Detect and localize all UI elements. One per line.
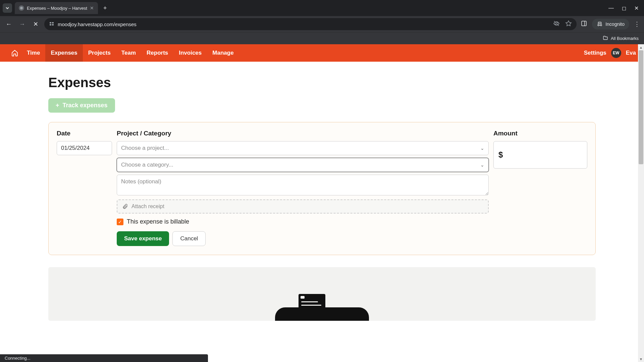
chevron-down-icon bbox=[5, 6, 9, 10]
date-input[interactable] bbox=[57, 141, 112, 155]
billable-label: This expense is billable bbox=[127, 218, 189, 225]
page-viewport: ▲ ▼ Time Expenses Projects Team Reports … bbox=[0, 44, 644, 362]
svg-rect-3 bbox=[50, 24, 51, 25]
nav-team[interactable]: Team bbox=[116, 44, 141, 62]
browser-tab[interactable]: Expenses – Moodjoy – Harvest ✕ bbox=[15, 2, 98, 14]
eye-off-icon[interactable] bbox=[553, 20, 560, 28]
window-minimize-button[interactable]: — bbox=[608, 5, 614, 11]
svg-point-0 bbox=[20, 7, 23, 9]
home-link[interactable] bbox=[8, 44, 21, 62]
browser-back-button[interactable]: ← bbox=[4, 19, 13, 29]
settings-link[interactable]: Settings bbox=[584, 50, 606, 56]
browser-menu-button[interactable]: ⋮ bbox=[634, 20, 640, 28]
bookmark-star-icon[interactable] bbox=[565, 20, 572, 28]
nav-expenses[interactable]: Expenses bbox=[45, 44, 83, 62]
username-label[interactable]: Eva bbox=[626, 50, 636, 56]
bookmarks-bar: All Bookmarks bbox=[0, 32, 644, 44]
address-bar[interactable]: moodjoy.harvestapp.com/expenses bbox=[44, 18, 577, 30]
amount-label: Amount bbox=[493, 130, 587, 137]
empty-state-illustration bbox=[48, 267, 596, 321]
svg-rect-4 bbox=[52, 24, 54, 25]
tab-close-button[interactable]: ✕ bbox=[90, 5, 94, 11]
folder-icon bbox=[603, 35, 608, 42]
window-close-button[interactable]: ✕ bbox=[634, 5, 639, 11]
svg-rect-5 bbox=[582, 21, 586, 26]
expense-form: Date Project / Category Choose a project… bbox=[48, 122, 596, 255]
amount-input[interactable]: $ bbox=[493, 141, 587, 169]
browser-tab-strip: Expenses – Moodjoy – Harvest ✕ + — ◻ ✕ bbox=[0, 0, 644, 16]
tab-search-dropdown[interactable] bbox=[3, 3, 12, 13]
home-icon bbox=[11, 49, 18, 57]
chevron-down-icon: ⌄ bbox=[480, 162, 484, 168]
all-bookmarks-label: All Bookmarks bbox=[611, 36, 639, 41]
nav-manage[interactable]: Manage bbox=[207, 44, 239, 62]
plus-icon: + bbox=[56, 102, 59, 109]
scroll-down-arrow-icon[interactable]: ▼ bbox=[638, 356, 644, 362]
new-tab-button[interactable]: + bbox=[101, 5, 110, 12]
browser-stop-button[interactable]: ✕ bbox=[31, 19, 40, 29]
currency-symbol: $ bbox=[498, 150, 503, 160]
svg-rect-1 bbox=[50, 22, 51, 23]
billable-checkbox[interactable]: ✓ bbox=[117, 219, 123, 225]
track-expenses-button[interactable]: + Track expenses bbox=[48, 98, 115, 113]
project-select[interactable]: Choose a project... ⌄ bbox=[117, 141, 489, 155]
svg-rect-2 bbox=[52, 22, 54, 23]
project-category-label: Project / Category bbox=[117, 130, 489, 137]
browser-forward-button[interactable]: → bbox=[17, 19, 27, 29]
url-text: moodjoy.harvestapp.com/expenses bbox=[58, 21, 137, 27]
paperclip-icon bbox=[122, 203, 128, 209]
avatar[interactable]: EW bbox=[611, 48, 621, 58]
incognito-icon bbox=[597, 21, 603, 28]
notes-input[interactable] bbox=[117, 175, 489, 195]
scrollbar-thumb[interactable] bbox=[639, 50, 643, 164]
browser-toolbar: ← → ✕ moodjoy.harvestapp.com/expenses In… bbox=[0, 16, 644, 32]
vertical-scrollbar[interactable]: ▲ ▼ bbox=[638, 44, 644, 362]
nav-invoices[interactable]: Invoices bbox=[173, 44, 207, 62]
project-select-placeholder: Choose a project... bbox=[121, 145, 169, 152]
track-expenses-label: Track expenses bbox=[63, 102, 108, 109]
category-select-placeholder: Choose a category... bbox=[121, 162, 173, 168]
nav-time[interactable]: Time bbox=[21, 44, 45, 62]
app-nav: Time Expenses Projects Team Reports Invo… bbox=[0, 44, 644, 62]
category-select[interactable]: Choose a category... ⌄ bbox=[117, 158, 489, 172]
all-bookmarks-button[interactable]: All Bookmarks bbox=[603, 35, 639, 42]
side-panel-icon[interactable] bbox=[581, 20, 587, 28]
scroll-up-arrow-icon[interactable]: ▲ bbox=[638, 44, 644, 50]
nav-projects[interactable]: Projects bbox=[83, 44, 116, 62]
incognito-badge[interactable]: Incognito bbox=[592, 19, 629, 29]
page-title: Expenses bbox=[48, 75, 596, 90]
tab-title: Expenses – Moodjoy – Harvest bbox=[27, 6, 87, 11]
date-label: Date bbox=[57, 130, 112, 137]
attach-receipt-button[interactable]: Attach receipt bbox=[117, 199, 489, 214]
save-expense-button[interactable]: Save expense bbox=[117, 231, 169, 246]
site-settings-icon[interactable] bbox=[49, 21, 54, 27]
nav-reports[interactable]: Reports bbox=[141, 44, 173, 62]
browser-status-bar: Connecting... bbox=[0, 354, 208, 362]
tab-favicon-icon bbox=[19, 5, 24, 11]
window-maximize-button[interactable]: ◻ bbox=[622, 5, 626, 11]
chevron-down-icon: ⌄ bbox=[480, 145, 484, 151]
cancel-button[interactable]: Cancel bbox=[172, 231, 206, 246]
incognito-label: Incognito bbox=[605, 21, 625, 27]
attach-receipt-label: Attach receipt bbox=[131, 203, 164, 209]
